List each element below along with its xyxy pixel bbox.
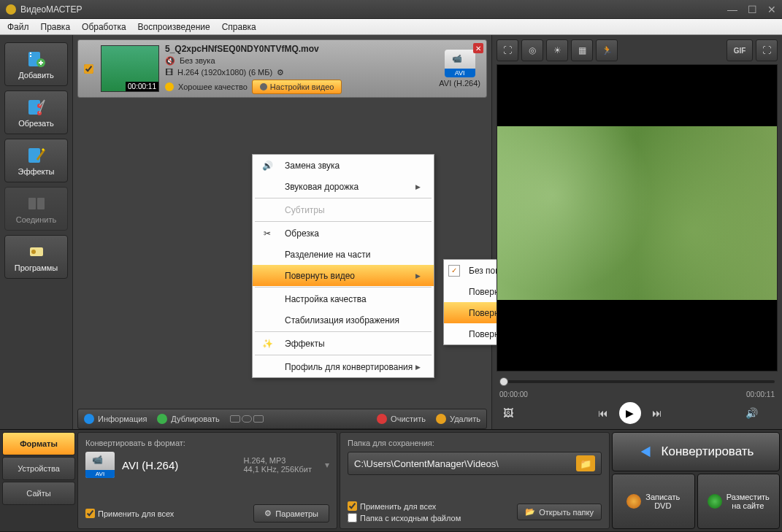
minimize-button[interactable]: —	[727, 4, 737, 15]
tool-programs[interactable]: Программы	[4, 235, 68, 279]
timeline-thumb[interactable]	[499, 377, 508, 386]
film-icon: 🎞	[165, 68, 173, 77]
menu-profile[interactable]: Профиль для конвертирования▶	[253, 356, 434, 377]
close-button[interactable]: ✕	[767, 4, 776, 15]
duplicate-icon	[157, 414, 167, 424]
tab-sites[interactable]: Сайты	[2, 482, 75, 505]
video-list-item[interactable]: 00:00:11 5_Q2xpcHNfSEQ0NDY0NTVfMQ.mov 🔇Б…	[77, 39, 487, 98]
video-checkbox[interactable]	[84, 64, 93, 74]
browse-folder-button[interactable]: 📁	[576, 455, 595, 471]
tool-add[interactable]: Добавить	[4, 42, 68, 86]
open-folder-button[interactable]: 📂Открыть папку	[517, 504, 602, 520]
crop-frame-button[interactable]: ▦	[571, 39, 593, 61]
audio-swap-icon: 🔊	[260, 158, 275, 173]
brightness-icon: ☀	[553, 45, 561, 55]
duplicate-button[interactable]: Дублировать	[157, 414, 219, 424]
prev-icon: ⏮	[598, 407, 608, 419]
menu-help[interactable]: Справка	[222, 22, 256, 32]
mute-icon: 🔇	[165, 56, 175, 66]
apply-all-checkbox[interactable]: Применить для всех	[85, 509, 174, 518]
play-icon: ▶	[626, 407, 634, 419]
clear-button[interactable]: Очистить	[377, 414, 426, 424]
edit-icon[interactable]: ⚙	[277, 68, 284, 77]
svg-point-11	[31, 250, 36, 254]
film-add-icon	[26, 50, 47, 69]
video-output-format[interactable]: 📹AVI AVI (H.264)	[439, 50, 480, 88]
menu-replace-audio[interactable]: 🔊Замена звука	[253, 155, 434, 176]
film-wand-icon	[26, 146, 47, 165]
tool-merge: Соединить	[4, 187, 68, 231]
clear-icon	[377, 414, 387, 424]
menu-edit[interactable]: Правка	[41, 22, 71, 32]
video-duration: 00:00:11	[126, 82, 158, 91]
svg-rect-7	[28, 148, 40, 163]
volume-button[interactable]: 🔊	[743, 404, 760, 422]
delete-button[interactable]: Удалить	[436, 414, 480, 424]
apply-all-folder-checkbox[interactable]: Применить для всех	[348, 501, 461, 511]
video-filename: 5_Q2xpcHNfSEQ0NDY0NTVfMQ.mov	[165, 44, 433, 54]
globe-icon	[708, 494, 722, 509]
info-button[interactable]: Информация	[84, 414, 147, 424]
tool-crop[interactable]: Обрезать	[4, 90, 68, 134]
menu-stabilize[interactable]: Стабилизация изображения	[253, 309, 434, 331]
play-button[interactable]: ▶	[619, 402, 641, 424]
time-total: 00:00:11	[746, 390, 775, 398]
wand-icon: ✨	[260, 336, 275, 351]
image-icon: 🖼	[503, 407, 513, 419]
svg-rect-9	[37, 198, 45, 209]
crop-tool-button[interactable]: ⛶	[497, 39, 518, 61]
video-preview[interactable]	[497, 64, 778, 371]
timeline-slider[interactable]	[497, 374, 778, 389]
capture-tool-button[interactable]: ◎	[521, 39, 543, 61]
frame-icon: ▦	[578, 45, 586, 55]
format-selector[interactable]: 📹AVI AVI (H.264) H.264, MP344,1 KHz, 256…	[85, 452, 329, 478]
svg-rect-2	[30, 55, 31, 57]
next-button[interactable]: ⏭	[648, 404, 666, 422]
camcorder-icon: 📹	[92, 455, 103, 465]
burn-dvd-button[interactable]: ЗаписатьDVD	[612, 474, 695, 529]
brightness-tool-button[interactable]: ☀	[546, 39, 568, 61]
output-folder-field[interactable]: C:\Users\ContentManager\Videos\ 📁	[348, 452, 602, 475]
quality-icon	[165, 82, 174, 91]
maximize-button[interactable]: ☐	[748, 4, 757, 15]
menu-effects[interactable]: ✨Эффекты	[253, 333, 434, 354]
menu-playback[interactable]: Воспроизведение	[138, 22, 210, 32]
window-title: ВидеоМАСТЕР	[20, 4, 727, 15]
params-button[interactable]: ⚙Параметры	[253, 504, 329, 523]
video-settings-button[interactable]: Настройки видео	[252, 80, 342, 94]
snapshot-button[interactable]: 🖼	[499, 404, 517, 422]
folder-icon: 📁	[580, 458, 591, 469]
publish-button[interactable]: Разместитьна сайте	[697, 474, 781, 529]
tab-formats[interactable]: Форматы	[2, 432, 75, 455]
convert-icon	[638, 444, 654, 460]
tab-devices[interactable]: Устройства	[2, 457, 75, 480]
tool-effects[interactable]: Эффекты	[4, 139, 68, 182]
menu-process[interactable]: Обработка	[82, 22, 126, 32]
chevron-down-icon: ▾	[325, 460, 329, 470]
fullscreen-icon: ⛶	[762, 45, 771, 55]
format-panel: Конвертировать в формат: 📹AVI AVI (H.264…	[77, 432, 337, 529]
source-folder-checkbox[interactable]: Папка с исходным файлом	[348, 513, 461, 523]
film-merge-icon	[26, 194, 47, 213]
menu-subtitles: Субтитры	[253, 199, 434, 220]
speed-tool-button[interactable]: 🏃	[596, 39, 618, 61]
menu-split[interactable]: Разделение на части	[253, 244, 434, 265]
video-thumbnail[interactable]: 00:00:11	[101, 45, 159, 92]
prev-button[interactable]: ⏮	[594, 404, 612, 422]
check-icon: ✓	[448, 265, 460, 277]
list-toolbar: Информация Дублировать Очистить Удалить	[77, 409, 487, 429]
menu-trim[interactable]: ✂Обрезка	[253, 223, 434, 244]
remove-video-button[interactable]: ✕	[473, 43, 483, 53]
menu-file[interactable]: Файл	[7, 22, 29, 32]
menu-audio-track[interactable]: Звуковая дорожка▶	[253, 176, 434, 197]
context-menu-main: 🔊Замена звука Звуковая дорожка▶ Субтитры…	[252, 154, 434, 378]
app-logo	[6, 4, 16, 15]
svg-rect-1	[30, 53, 31, 54]
convert-button[interactable]: Конвертировать	[612, 432, 780, 471]
menu-quality[interactable]: Настройка качества	[253, 288, 434, 309]
view-mode-toggle[interactable]	[230, 415, 264, 423]
gif-button[interactable]: GIF	[727, 39, 753, 61]
menu-rotate[interactable]: Повернуть видео▶	[253, 265, 434, 286]
fullscreen-button[interactable]: ⛶	[756, 39, 778, 61]
next-icon: ⏭	[652, 407, 662, 419]
